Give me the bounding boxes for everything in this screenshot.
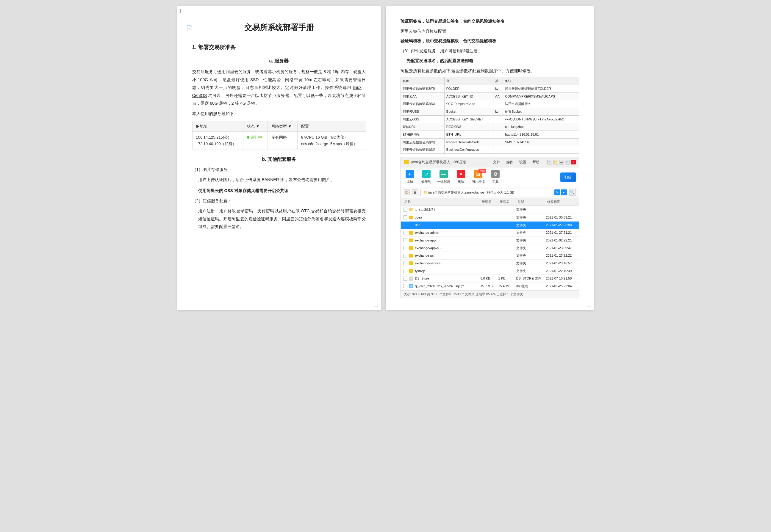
file-name-cell: exchange-admin [403, 230, 481, 236]
parent-dir-icon: 📂 [409, 207, 414, 213]
config-cell: 阿里云AA [401, 92, 444, 100]
file-checkbox[interactable] [403, 238, 408, 242]
file-date: 2021-01-02 22:21 [546, 238, 585, 243]
config-cell: 阿里云短信验证码配置FOLDER [503, 85, 579, 92]
right-page: 验证码签名，法币交易通知签名，合约交易风险通知签名 阿里云短信内容模板配置 验证… [385, 6, 594, 310]
config-row: ETHER地址ETH_URLhttp://114.216.51.18:81 [401, 131, 579, 138]
server-config: 8 vCPU 16 GiB（I/O优化）ecs.c6e.2xlarge 5Mbp… [297, 131, 366, 150]
toolbar-extract-btn[interactable]: ↗ 解压到 [421, 170, 433, 185]
scan-button[interactable]: 扫描 [560, 172, 576, 182]
menu-help[interactable]: 帮助 [529, 158, 543, 166]
config-cell: 阿里云OSS [401, 115, 444, 123]
extract-label: 解压到 [422, 179, 431, 185]
tools-icon: ⚙ [491, 170, 500, 178]
config-cell: vkvOQJBMTdNVGyCrFTYrsAkucJEHhO [503, 115, 579, 123]
file-checkbox[interactable] [403, 215, 408, 219]
file-row[interactable]: 📂..（上级目录）文件夹 [401, 206, 579, 214]
toolbar-tools-btn[interactable]: ⚙ 工具 [490, 170, 502, 185]
file-checkbox[interactable] [403, 208, 408, 212]
page-title: 交易所系统部署手册 [192, 21, 366, 34]
file-row[interactable]: exchange-pc文件夹2021-01-23 22:22 [401, 252, 579, 260]
minimize-btn[interactable]: — [559, 160, 564, 164]
file-checkbox[interactable] [403, 231, 408, 235]
config-cell: FOLDER [444, 85, 493, 92]
col-type: 类型 [516, 199, 546, 205]
file-checkbox[interactable] [403, 246, 408, 250]
config-cell [493, 146, 503, 154]
item3-bold: 先配置发送域名，然后配置发送邮箱 [407, 57, 579, 65]
folder-icon [409, 261, 413, 265]
file-checkbox[interactable] [403, 254, 408, 258]
file-checkbox[interactable] [403, 223, 408, 227]
file-name-cell: exchange-app [403, 238, 481, 243]
toolbar-delete-btn[interactable]: ✕ 删除 [455, 170, 467, 185]
menu-operate[interactable]: 操作 [503, 158, 516, 166]
file-checkbox[interactable] [403, 277, 408, 281]
item2-body: 用户注册，用户修改登录密码，支付密码以及用户在做 OTC 交易和合约交易时都需要… [198, 207, 366, 231]
file-row[interactable]: exchange-admin文件夹2021-01-27 21:21 [401, 229, 579, 237]
config-cell: 阿里云短信验证码邮箱 [401, 146, 444, 154]
file-row[interactable]: doc文件夹2021-01-27 23:08 [401, 222, 579, 229]
config-row: 阿里云短信验证码邮箱BusinessConfiguration [401, 146, 579, 154]
file-row[interactable]: gzql_coin_20210125_205248.sql.gz15.7 MB1… [401, 283, 579, 290]
section-a-body: 交易所服务可选用阿里云的服务，或者香港小机房的服务，规格一般是 8 核 16g … [192, 68, 366, 107]
file-checkbox[interactable] [403, 261, 408, 265]
address-path: 📁 java合约交易所带机器人.zip\exchange - 解包大小为 1.1… [421, 189, 552, 196]
menu-settings[interactable]: 设置 [516, 158, 529, 166]
app-window: java合约交易所带机器人 - 360压缩 文件 操作 设置 帮助 ☆ 📁 — … [401, 157, 579, 298]
file-row[interactable]: exchange-app-h5文件夹2021-01-23 09:47 [401, 244, 579, 252]
item3-text: 阿里云所有配置参数的如下,这些参数将配置到数据库中。方便随时修改。 [401, 67, 579, 75]
file-size-before: 6.0 KB [481, 276, 499, 281]
delete-label: 删除 [458, 179, 464, 185]
server-network: 专有网络 [267, 131, 297, 150]
folder-icon [409, 223, 413, 227]
file-type: 文件夹 [516, 222, 546, 228]
toolbar-onekey-btn[interactable]: — 一键解压 [437, 170, 450, 185]
file-checkbox[interactable] [403, 284, 408, 288]
path-folder-icon: 📁 [423, 190, 427, 195]
menu-file[interactable]: 文件 [490, 158, 503, 166]
nav-home-btn[interactable]: 🏠 [404, 189, 410, 195]
table-row: 106.14.125.215(公)172.19.40.199（私有） 运行中 专… [192, 131, 366, 150]
col-size-before: 压缩前 [481, 199, 499, 205]
server-table: IP地址 状态 ▼ 网络类型 ▼ 配置 106.14.125.215(公)172… [192, 121, 366, 150]
file-row[interactable]: exchange-service文件夹2021-01-23 16:57 [401, 260, 579, 267]
titlebar-right: 文件 操作 设置 帮助 ☆ 📁 — □ ✕ [490, 158, 576, 166]
close-btn[interactable]: ✕ [571, 160, 576, 164]
search-button[interactable]: 🔍 [569, 189, 576, 196]
text-1: 阿里云短信内容模板配置 [401, 27, 579, 35]
config-header-class: 类 [493, 77, 503, 85]
file-row[interactable]: .idea文件夹2021-01-30 09:21 [401, 214, 579, 222]
config-cell: REGIONS [444, 123, 493, 131]
file-row[interactable]: DS_Store6.0 KB1 KBDS_STORE 文件2021-07-10 … [401, 275, 579, 283]
file-name-cell: .idea [403, 215, 481, 220]
server-status: 运行中 [243, 131, 267, 150]
config-cell [503, 146, 579, 154]
item2-label: （2）短信服务配置： [192, 197, 366, 205]
file-date: 2021-01-23 22:22 [546, 253, 585, 258]
delete-icon: ✕ [457, 170, 465, 178]
col-name: 名称 [403, 199, 481, 205]
file-row[interactable]: exchange-app文件夹2021-01-02 22:21 [401, 237, 579, 244]
config-header-note: 备注 [503, 77, 579, 85]
config-cell: AA [493, 92, 503, 100]
config-cell: kv [493, 85, 503, 92]
maximize-btn[interactable]: □ [565, 160, 570, 164]
file-name: DS_Store [415, 276, 430, 281]
sort-btn-1[interactable]: V [554, 189, 560, 195]
onekey-icon: — [440, 170, 448, 178]
config-cell: Bucket [444, 108, 493, 115]
file-row[interactable]: fyimvip文件夹2021-01-22 16:39 [401, 267, 579, 275]
config-cell [493, 138, 503, 146]
toolbar-add-btn[interactable]: + 添加 [404, 170, 416, 185]
folder-btn[interactable]: 📁 [553, 160, 558, 164]
sort-buttons: V ▼ [554, 189, 567, 195]
server-ip: 106.14.125.215(公)172.19.40.199（私有） [192, 131, 243, 150]
config-cell [493, 131, 503, 138]
bookmark-btn[interactable]: ☆ [547, 160, 552, 164]
item1-body: 用户上传认证图片，后台上传系统 BANNER 图，发布公告均需要用图片。 [198, 176, 366, 184]
sort-btn-2[interactable]: ▼ [561, 189, 567, 195]
folder-icon [409, 269, 413, 273]
file-checkbox[interactable] [403, 269, 408, 273]
nav-list-btn[interactable]: ☰ [412, 189, 418, 195]
